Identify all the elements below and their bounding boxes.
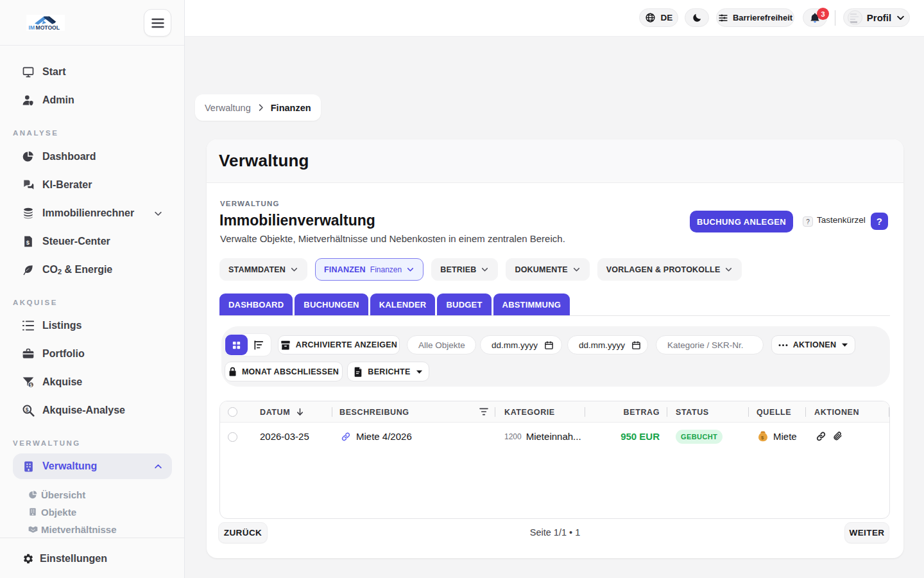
svg-text:MOTOOL: MOTOOL — [36, 24, 60, 31]
svg-text:$: $ — [26, 240, 30, 246]
svg-text:IM: IM — [29, 24, 35, 31]
svg-text:$: $ — [30, 383, 32, 388]
svg-text:$: $ — [761, 435, 764, 441]
svg-text:$: $ — [26, 407, 29, 413]
